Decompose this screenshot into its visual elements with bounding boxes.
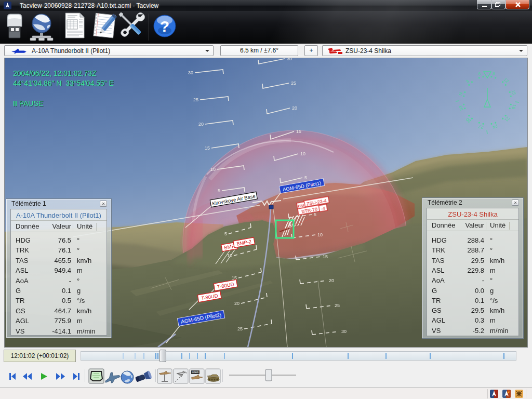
svg-text:20: 20: [234, 301, 240, 306]
svg-text:20: 20: [292, 105, 297, 111]
svg-text:15: 15: [296, 129, 301, 134]
svg-text:25: 25: [237, 326, 243, 331]
svg-text:10: 10: [317, 232, 323, 237]
svg-text:20: 20: [198, 122, 204, 127]
svg-text:15: 15: [205, 145, 210, 151]
svg-text:30: 30: [287, 58, 292, 61]
svg-text:5: 5: [304, 175, 307, 180]
svg-text:44°41'04.86" N 33°54'04.55" E: 44°41'04.86" N 33°54'04.55" E: [13, 79, 114, 87]
svg-text:30: 30: [188, 70, 193, 75]
svg-text:10: 10: [210, 167, 216, 172]
svg-text:-4: -4: [321, 205, 326, 211]
svg-text:30: 30: [341, 329, 347, 334]
svg-text:25: 25: [193, 97, 198, 102]
svg-text:5: 5: [218, 188, 220, 193]
svg-text:20: 20: [329, 278, 334, 283]
svg-text:II PAUSE: II PAUSE: [13, 99, 43, 108]
svg-text:25: 25: [291, 81, 296, 86]
svg-text:Attack: Attack: [192, 371, 199, 374]
svg-text:?: ?: [160, 18, 169, 35]
svg-text:2004/06/22, 12:01:02.73Z: 2004/06/22, 12:01:02.73Z: [13, 69, 97, 77]
svg-text:10: 10: [300, 151, 305, 156]
svg-text:5: 5: [224, 231, 227, 236]
svg-text:5: 5: [314, 212, 316, 217]
svg-text:25: 25: [335, 303, 340, 308]
svg-text:15: 15: [323, 254, 328, 259]
